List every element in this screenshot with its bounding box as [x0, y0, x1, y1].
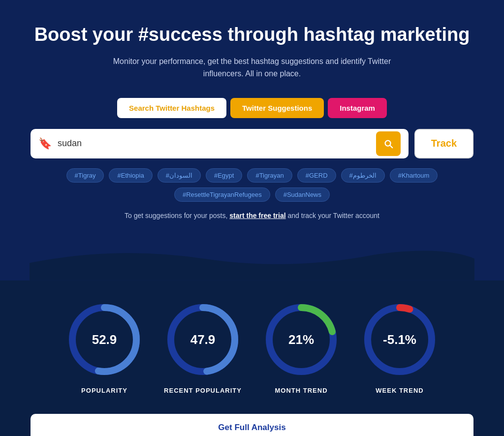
metrics-row: 52.9 POPULARITY 47.9 RECENT POPULARITY 2…: [30, 300, 474, 394]
hashtag-chip[interactable]: #GERD: [297, 168, 336, 183]
full-analysis-button[interactable]: Get Full Analysis: [31, 414, 473, 436]
metric-card-week-trend: -5.1% WEEK TREND: [360, 300, 439, 394]
free-trial-link[interactable]: start the free trial: [229, 212, 285, 219]
suggestion-text: To get suggestions for your posts, start…: [30, 212, 474, 231]
hashtag-chip[interactable]: #SudanNews: [275, 187, 330, 202]
hashtag-chips: #Tigray#Ethiopia#السودان#Egypt#Tigrayan#…: [55, 168, 449, 202]
metric-label-month-trend: MONTH TREND: [275, 387, 327, 394]
donut-recent-popularity: 47.9: [163, 300, 242, 379]
metric-label-week-trend: WEEK TREND: [376, 387, 423, 394]
hashtag-chip[interactable]: #Tigray: [66, 168, 104, 183]
metric-card-month-trend: 21% MONTH TREND: [262, 300, 341, 394]
metric-value-week-trend: -5.1%: [383, 332, 416, 347]
hashtag-chip[interactable]: #ResettleTigrayanRefugees: [174, 187, 270, 202]
search-box: 🔖: [31, 129, 409, 158]
hashtag-chip[interactable]: #Khartoum: [390, 168, 438, 183]
metric-value-popularity: 52.9: [92, 332, 117, 347]
donut-week-trend: -5.1%: [360, 300, 439, 379]
hero-title: Boost your #success through hashtag mark…: [30, 24, 474, 46]
hashtag-chip[interactable]: #Ethiopia: [109, 168, 152, 183]
tab-instagram[interactable]: Instagram: [328, 98, 387, 118]
metric-value-recent-popularity: 47.9: [190, 332, 216, 347]
search-input[interactable]: [58, 138, 372, 149]
search-icon: [383, 138, 394, 149]
track-button[interactable]: Track: [414, 129, 473, 158]
tab-twitter-search[interactable]: Search Twitter Hashtags: [117, 98, 226, 118]
hero-subtitle: Monitor your performance, get the best h…: [104, 55, 400, 80]
metrics-section: 52.9 POPULARITY 47.9 RECENT POPULARITY 2…: [0, 280, 504, 436]
tabs-row: Search Twitter Hashtags Twitter Suggesti…: [30, 98, 474, 118]
tab-twitter-suggestions[interactable]: Twitter Suggestions: [230, 98, 324, 118]
bookmark-icon: 🔖: [38, 137, 52, 150]
metric-card-recent-popularity: 47.9 RECENT POPULARITY: [163, 300, 242, 394]
hero-section: Boost your #success through hashtag mark…: [0, 0, 504, 280]
hashtag-chip[interactable]: #السودان: [158, 168, 201, 183]
hashtag-chip[interactable]: #Egypt: [206, 168, 242, 183]
metric-value-month-trend: 21%: [288, 332, 314, 347]
donut-popularity: 52.9: [65, 300, 144, 379]
donut-month-trend: 21%: [262, 300, 341, 379]
search-row: 🔖 Track: [31, 129, 473, 158]
metric-card-popularity: 52.9 POPULARITY: [65, 300, 144, 394]
hashtag-chip[interactable]: #Tigrayan: [247, 168, 292, 183]
metric-label-popularity: POPULARITY: [81, 387, 127, 394]
wave-divider: [30, 241, 474, 280]
search-button[interactable]: [376, 131, 401, 156]
hashtag-chip[interactable]: #الخرطوم: [341, 168, 385, 183]
metric-label-recent-popularity: RECENT POPULARITY: [164, 387, 242, 394]
